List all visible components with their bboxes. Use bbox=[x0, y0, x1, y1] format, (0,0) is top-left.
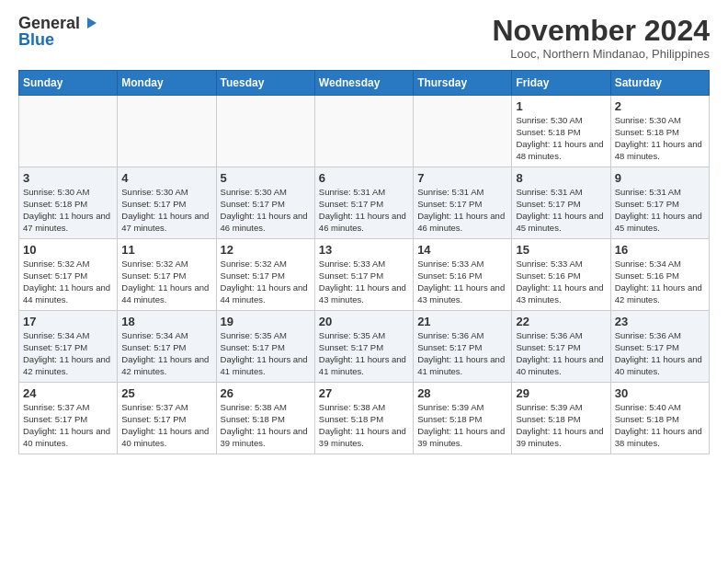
day-number: 25 bbox=[121, 386, 211, 400]
day-number: 4 bbox=[121, 171, 211, 185]
day-info: Sunrise: 5:32 AM Sunset: 5:17 PM Dayligh… bbox=[121, 259, 211, 305]
calendar-body: 1Sunrise: 5:30 AM Sunset: 5:18 PM Daylig… bbox=[19, 96, 710, 454]
day-info: Sunrise: 5:37 AM Sunset: 5:17 PM Dayligh… bbox=[121, 402, 211, 449]
day-number: 18 bbox=[121, 315, 211, 328]
table-row: 26Sunrise: 5:38 AM Sunset: 5:18 PM Dayli… bbox=[216, 383, 314, 454]
table-row: 25Sunrise: 5:37 AM Sunset: 5:17 PM Dayli… bbox=[118, 383, 216, 454]
day-number: 10 bbox=[23, 243, 113, 257]
day-info: Sunrise: 5:31 AM Sunset: 5:17 PM Dayligh… bbox=[615, 187, 705, 234]
day-info: Sunrise: 5:40 AM Sunset: 5:18 PM Dayligh… bbox=[615, 402, 705, 449]
header-thursday: Thursday bbox=[414, 71, 512, 96]
day-info: Sunrise: 5:32 AM Sunset: 5:17 PM Dayligh… bbox=[221, 259, 311, 305]
table-row: 14Sunrise: 5:33 AM Sunset: 5:16 PM Dayli… bbox=[414, 239, 512, 311]
day-info: Sunrise: 5:32 AM Sunset: 5:17 PM Dayligh… bbox=[23, 259, 113, 305]
table-row: 13Sunrise: 5:33 AM Sunset: 5:17 PM Dayli… bbox=[314, 239, 413, 311]
table-row: 27Sunrise: 5:38 AM Sunset: 5:18 PM Dayli… bbox=[314, 383, 413, 454]
day-number: 30 bbox=[615, 386, 705, 400]
table-row bbox=[216, 96, 314, 167]
day-number: 6 bbox=[319, 171, 409, 185]
header-friday: Friday bbox=[512, 71, 610, 96]
table-row: 20Sunrise: 5:35 AM Sunset: 5:17 PM Dayli… bbox=[314, 311, 413, 383]
table-row bbox=[414, 96, 512, 167]
day-info: Sunrise: 5:33 AM Sunset: 5:16 PM Dayligh… bbox=[516, 259, 606, 305]
month-title: November 2024 bbox=[492, 15, 710, 47]
table-row: 22Sunrise: 5:36 AM Sunset: 5:17 PM Dayli… bbox=[512, 311, 610, 383]
day-info: Sunrise: 5:39 AM Sunset: 5:18 PM Dayligh… bbox=[417, 402, 507, 449]
day-number: 28 bbox=[417, 386, 507, 400]
day-info: Sunrise: 5:31 AM Sunset: 5:17 PM Dayligh… bbox=[516, 187, 606, 234]
table-row: 15Sunrise: 5:33 AM Sunset: 5:16 PM Dayli… bbox=[512, 239, 610, 311]
table-row bbox=[314, 96, 413, 167]
table-row: 3Sunrise: 5:30 AM Sunset: 5:18 PM Daylig… bbox=[19, 167, 118, 239]
logo: General Blue bbox=[18, 15, 97, 48]
day-number: 21 bbox=[417, 315, 507, 328]
table-row: 12Sunrise: 5:32 AM Sunset: 5:17 PM Dayli… bbox=[216, 239, 314, 311]
header: General Blue November 2024 Looc, Norther… bbox=[18, 15, 710, 61]
table-row: 6Sunrise: 5:31 AM Sunset: 5:17 PM Daylig… bbox=[314, 167, 413, 239]
day-number: 2 bbox=[615, 99, 705, 113]
day-number: 13 bbox=[319, 243, 409, 257]
page: General Blue November 2024 Looc, Norther… bbox=[0, 0, 728, 464]
day-number: 9 bbox=[615, 171, 705, 185]
day-info: Sunrise: 5:31 AM Sunset: 5:17 PM Dayligh… bbox=[319, 187, 409, 234]
day-number: 27 bbox=[319, 386, 409, 400]
day-info: Sunrise: 5:33 AM Sunset: 5:17 PM Dayligh… bbox=[319, 259, 409, 305]
table-row: 18Sunrise: 5:34 AM Sunset: 5:17 PM Dayli… bbox=[118, 311, 216, 383]
title-block: November 2024 Looc, Northern Mindanao, P… bbox=[492, 15, 710, 61]
day-info: Sunrise: 5:30 AM Sunset: 5:18 PM Dayligh… bbox=[615, 115, 705, 162]
header-monday: Monday bbox=[118, 71, 216, 96]
table-row: 8Sunrise: 5:31 AM Sunset: 5:17 PM Daylig… bbox=[512, 167, 610, 239]
table-row: 7Sunrise: 5:31 AM Sunset: 5:17 PM Daylig… bbox=[414, 167, 512, 239]
table-row: 16Sunrise: 5:34 AM Sunset: 5:16 PM Dayli… bbox=[610, 239, 709, 311]
table-row: 9Sunrise: 5:31 AM Sunset: 5:17 PM Daylig… bbox=[610, 167, 709, 239]
day-info: Sunrise: 5:30 AM Sunset: 5:18 PM Dayligh… bbox=[516, 115, 606, 162]
table-row: 2Sunrise: 5:30 AM Sunset: 5:18 PM Daylig… bbox=[610, 96, 709, 167]
day-info: Sunrise: 5:35 AM Sunset: 5:17 PM Dayligh… bbox=[221, 330, 311, 377]
day-info: Sunrise: 5:37 AM Sunset: 5:17 PM Dayligh… bbox=[23, 402, 113, 449]
table-row bbox=[118, 96, 216, 167]
day-info: Sunrise: 5:39 AM Sunset: 5:18 PM Dayligh… bbox=[516, 402, 606, 449]
day-info: Sunrise: 5:31 AM Sunset: 5:17 PM Dayligh… bbox=[417, 187, 507, 234]
logo-general-text: General bbox=[18, 15, 80, 31]
table-row: 5Sunrise: 5:30 AM Sunset: 5:17 PM Daylig… bbox=[216, 167, 314, 239]
header-saturday: Saturday bbox=[610, 71, 709, 96]
table-row: 28Sunrise: 5:39 AM Sunset: 5:18 PM Dayli… bbox=[414, 383, 512, 454]
day-info: Sunrise: 5:38 AM Sunset: 5:18 PM Dayligh… bbox=[319, 402, 409, 449]
table-row: 29Sunrise: 5:39 AM Sunset: 5:18 PM Dayli… bbox=[512, 383, 610, 454]
calendar-table: Sunday Monday Tuesday Wednesday Thursday… bbox=[18, 70, 710, 454]
table-row: 17Sunrise: 5:34 AM Sunset: 5:17 PM Dayli… bbox=[19, 311, 118, 383]
table-row: 21Sunrise: 5:36 AM Sunset: 5:17 PM Dayli… bbox=[414, 311, 512, 383]
day-info: Sunrise: 5:36 AM Sunset: 5:17 PM Dayligh… bbox=[417, 330, 507, 377]
table-row: 19Sunrise: 5:35 AM Sunset: 5:17 PM Dayli… bbox=[216, 311, 314, 383]
day-info: Sunrise: 5:34 AM Sunset: 5:17 PM Dayligh… bbox=[23, 330, 113, 377]
day-info: Sunrise: 5:30 AM Sunset: 5:17 PM Dayligh… bbox=[221, 187, 311, 234]
day-number: 7 bbox=[417, 171, 507, 185]
table-row bbox=[19, 96, 118, 167]
table-row: 30Sunrise: 5:40 AM Sunset: 5:18 PM Dayli… bbox=[610, 383, 709, 454]
table-row: 24Sunrise: 5:37 AM Sunset: 5:17 PM Dayli… bbox=[19, 383, 118, 454]
day-number: 12 bbox=[221, 243, 311, 257]
day-number: 24 bbox=[23, 386, 113, 400]
day-info: Sunrise: 5:38 AM Sunset: 5:18 PM Dayligh… bbox=[221, 402, 311, 449]
day-number: 22 bbox=[516, 315, 606, 328]
calendar-header: Sunday Monday Tuesday Wednesday Thursday… bbox=[19, 71, 710, 96]
day-number: 3 bbox=[23, 171, 113, 185]
day-number: 5 bbox=[221, 171, 311, 185]
header-wednesday: Wednesday bbox=[314, 71, 413, 96]
logo-triangle-icon bbox=[82, 16, 97, 30]
day-info: Sunrise: 5:30 AM Sunset: 5:17 PM Dayligh… bbox=[121, 187, 211, 234]
day-number: 26 bbox=[221, 386, 311, 400]
day-info: Sunrise: 5:36 AM Sunset: 5:17 PM Dayligh… bbox=[516, 330, 606, 377]
day-number: 8 bbox=[516, 171, 606, 185]
day-number: 29 bbox=[516, 386, 606, 400]
day-number: 23 bbox=[615, 315, 705, 328]
day-info: Sunrise: 5:36 AM Sunset: 5:17 PM Dayligh… bbox=[615, 330, 705, 377]
day-info: Sunrise: 5:34 AM Sunset: 5:16 PM Dayligh… bbox=[615, 259, 705, 305]
day-number: 11 bbox=[121, 243, 211, 257]
day-number: 20 bbox=[319, 315, 409, 328]
location: Looc, Northern Mindanao, Philippines bbox=[492, 47, 710, 61]
day-number: 19 bbox=[221, 315, 311, 328]
day-number: 15 bbox=[516, 243, 606, 257]
header-sunday: Sunday bbox=[19, 71, 118, 96]
day-number: 16 bbox=[615, 243, 705, 257]
